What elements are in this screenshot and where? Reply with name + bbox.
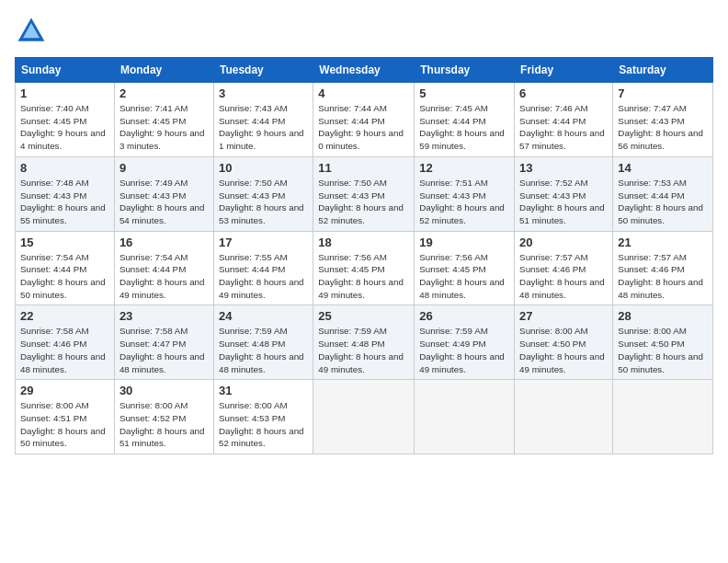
day-detail: Sunrise: 8:00 AMSunset: 4:51 PMDaylight:…	[20, 400, 106, 448]
day-cell: 26Sunrise: 7:59 AMSunset: 4:49 PMDayligh…	[415, 305, 515, 380]
day-number: 23	[119, 309, 209, 323]
day-detail: Sunrise: 7:56 AMSunset: 4:45 PMDaylight:…	[419, 252, 505, 300]
day-cell	[613, 380, 713, 454]
day-number: 1	[20, 86, 109, 100]
day-cell: 15Sunrise: 7:54 AMSunset: 4:44 PMDayligh…	[16, 231, 115, 305]
day-cell: 16Sunrise: 7:54 AMSunset: 4:44 PMDayligh…	[114, 231, 213, 305]
day-number: 16	[119, 236, 209, 249]
day-number: 29	[20, 384, 109, 397]
day-detail: Sunrise: 7:54 AMSunset: 4:44 PMDaylight:…	[119, 252, 205, 300]
day-number: 8	[20, 161, 109, 175]
day-number: 10	[219, 161, 308, 175]
day-cell: 21Sunrise: 7:57 AMSunset: 4:46 PMDayligh…	[613, 231, 713, 305]
day-cell: 25Sunrise: 7:59 AMSunset: 4:48 PMDayligh…	[313, 305, 415, 380]
day-cell: 13Sunrise: 7:52 AMSunset: 4:43 PMDayligh…	[515, 156, 613, 231]
header-monday: Monday	[114, 58, 213, 83]
day-number: 21	[618, 236, 708, 249]
day-number: 22	[20, 309, 109, 323]
day-detail: Sunrise: 7:59 AMSunset: 4:49 PMDaylight:…	[419, 326, 505, 373]
day-number: 30	[119, 384, 209, 397]
day-number: 28	[618, 309, 708, 323]
day-number: 13	[519, 161, 608, 175]
header-tuesday: Tuesday	[213, 58, 313, 83]
day-cell: 29Sunrise: 8:00 AMSunset: 4:51 PMDayligh…	[16, 380, 115, 454]
day-number: 17	[219, 236, 308, 249]
day-cell: 30Sunrise: 8:00 AMSunset: 4:52 PMDayligh…	[114, 380, 213, 454]
day-detail: Sunrise: 7:50 AMSunset: 4:43 PMDaylight:…	[219, 178, 304, 225]
day-detail: Sunrise: 8:00 AMSunset: 4:53 PMDaylight:…	[219, 400, 304, 448]
calendar-header-row: SundayMondayTuesdayWednesdayThursdayFrid…	[16, 58, 713, 83]
day-detail: Sunrise: 7:58 AMSunset: 4:46 PMDaylight:…	[20, 326, 106, 373]
day-cell: 17Sunrise: 7:55 AMSunset: 4:44 PMDayligh…	[213, 231, 313, 305]
page-header	[15, 15, 713, 48]
header-saturday: Saturday	[613, 58, 713, 83]
day-cell: 28Sunrise: 8:00 AMSunset: 4:50 PMDayligh…	[613, 305, 713, 380]
day-number: 3	[219, 86, 308, 100]
week-row-3: 15Sunrise: 7:54 AMSunset: 4:44 PMDayligh…	[16, 231, 713, 305]
day-number: 15	[20, 236, 109, 249]
day-detail: Sunrise: 7:48 AMSunset: 4:43 PMDaylight:…	[20, 178, 106, 225]
day-detail: Sunrise: 7:51 AMSunset: 4:43 PMDaylight:…	[419, 178, 505, 225]
day-number: 6	[519, 86, 608, 100]
day-number: 31	[219, 384, 308, 397]
day-detail: Sunrise: 8:00 AMSunset: 4:50 PMDaylight:…	[618, 326, 703, 373]
day-detail: Sunrise: 7:40 AMSunset: 4:45 PMDaylight:…	[20, 103, 106, 151]
logo-icon	[15, 15, 48, 48]
day-number: 20	[519, 236, 608, 249]
day-number: 12	[419, 161, 509, 175]
day-detail: Sunrise: 8:00 AMSunset: 4:50 PMDaylight:…	[519, 326, 605, 373]
day-cell: 5Sunrise: 7:45 AMSunset: 4:44 PMDaylight…	[415, 83, 515, 157]
day-number: 5	[419, 86, 509, 100]
header-sunday: Sunday	[16, 58, 115, 83]
day-cell: 23Sunrise: 7:58 AMSunset: 4:47 PMDayligh…	[114, 305, 213, 380]
day-number: 26	[419, 309, 509, 323]
day-cell	[415, 380, 515, 454]
day-cell: 12Sunrise: 7:51 AMSunset: 4:43 PMDayligh…	[415, 156, 515, 231]
day-detail: Sunrise: 7:53 AMSunset: 4:44 PMDaylight:…	[618, 178, 703, 225]
day-cell: 11Sunrise: 7:50 AMSunset: 4:43 PMDayligh…	[313, 156, 415, 231]
day-detail: Sunrise: 7:55 AMSunset: 4:44 PMDaylight:…	[219, 252, 304, 300]
day-number: 19	[419, 236, 509, 249]
week-row-2: 8Sunrise: 7:48 AMSunset: 4:43 PMDaylight…	[16, 156, 713, 231]
week-row-1: 1Sunrise: 7:40 AMSunset: 4:45 PMDaylight…	[16, 83, 713, 157]
header-friday: Friday	[515, 58, 613, 83]
week-row-5: 29Sunrise: 8:00 AMSunset: 4:51 PMDayligh…	[16, 380, 713, 454]
day-cell: 22Sunrise: 7:58 AMSunset: 4:46 PMDayligh…	[16, 305, 115, 380]
day-detail: Sunrise: 7:57 AMSunset: 4:46 PMDaylight:…	[618, 252, 703, 300]
day-number: 18	[318, 236, 409, 249]
day-detail: Sunrise: 7:54 AMSunset: 4:44 PMDaylight:…	[20, 252, 106, 300]
day-cell: 24Sunrise: 7:59 AMSunset: 4:48 PMDayligh…	[213, 305, 313, 380]
day-detail: Sunrise: 7:52 AMSunset: 4:43 PMDaylight:…	[519, 178, 605, 225]
day-cell: 1Sunrise: 7:40 AMSunset: 4:45 PMDaylight…	[16, 83, 115, 157]
day-cell: 2Sunrise: 7:41 AMSunset: 4:45 PMDaylight…	[114, 83, 213, 157]
calendar-table: SundayMondayTuesdayWednesdayThursdayFrid…	[15, 57, 713, 454]
day-cell: 4Sunrise: 7:44 AMSunset: 4:44 PMDaylight…	[313, 83, 415, 157]
header-thursday: Thursday	[415, 58, 515, 83]
day-cell: 8Sunrise: 7:48 AMSunset: 4:43 PMDaylight…	[16, 156, 115, 231]
day-number: 27	[519, 309, 608, 323]
day-detail: Sunrise: 7:59 AMSunset: 4:48 PMDaylight:…	[219, 326, 304, 373]
day-detail: Sunrise: 7:46 AMSunset: 4:44 PMDaylight:…	[519, 103, 605, 151]
day-number: 2	[119, 86, 209, 100]
day-cell: 6Sunrise: 7:46 AMSunset: 4:44 PMDaylight…	[515, 83, 613, 157]
day-number: 14	[618, 161, 708, 175]
day-cell: 18Sunrise: 7:56 AMSunset: 4:45 PMDayligh…	[313, 231, 415, 305]
day-detail: Sunrise: 7:56 AMSunset: 4:45 PMDaylight:…	[318, 252, 404, 300]
day-detail: Sunrise: 7:44 AMSunset: 4:44 PMDaylight:…	[318, 103, 404, 151]
day-number: 9	[119, 161, 209, 175]
day-cell: 9Sunrise: 7:49 AMSunset: 4:43 PMDaylight…	[114, 156, 213, 231]
day-cell	[313, 380, 415, 454]
day-detail: Sunrise: 7:47 AMSunset: 4:43 PMDaylight:…	[618, 103, 703, 151]
day-cell: 10Sunrise: 7:50 AMSunset: 4:43 PMDayligh…	[213, 156, 313, 231]
day-detail: Sunrise: 7:43 AMSunset: 4:44 PMDaylight:…	[219, 103, 304, 151]
day-cell: 20Sunrise: 7:57 AMSunset: 4:46 PMDayligh…	[515, 231, 613, 305]
day-cell: 27Sunrise: 8:00 AMSunset: 4:50 PMDayligh…	[515, 305, 613, 380]
day-number: 25	[318, 309, 409, 323]
day-number: 7	[618, 86, 708, 100]
logo	[15, 15, 53, 48]
header-wednesday: Wednesday	[313, 58, 415, 83]
day-number: 11	[318, 161, 409, 175]
day-cell: 19Sunrise: 7:56 AMSunset: 4:45 PMDayligh…	[415, 231, 515, 305]
day-cell	[515, 380, 613, 454]
day-detail: Sunrise: 7:41 AMSunset: 4:45 PMDaylight:…	[119, 103, 205, 151]
